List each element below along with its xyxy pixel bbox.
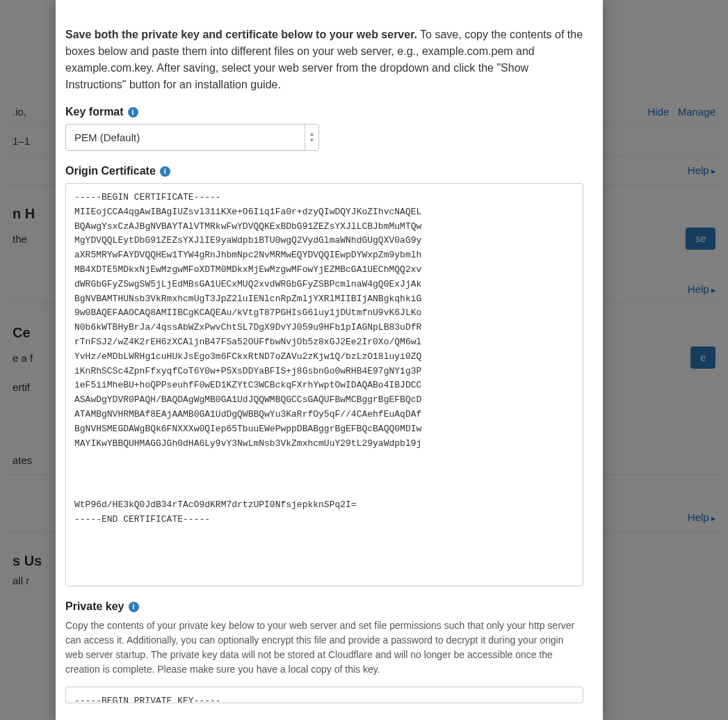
private-key-textarea[interactable]: -----BEGIN PRIVATE KEY----- xyxy=(65,687,583,703)
intro-text: Save both the private key and certificat… xyxy=(65,26,583,93)
info-icon[interactable]: i xyxy=(160,166,170,177)
intro-bold: Save both the private key and certificat… xyxy=(65,29,417,40)
key-format-select[interactable]: PEM (Default) ▲▼ xyxy=(65,124,319,151)
origin-cert-modal: Save both the private key and certificat… xyxy=(56,0,603,720)
pk-text: -----BEGIN PRIVATE KEY----- xyxy=(74,696,221,703)
info-icon[interactable]: i xyxy=(128,107,138,118)
private-key-label-row: Private key i xyxy=(65,600,583,613)
select-stepper-icon: ▲▼ xyxy=(305,125,318,150)
key-format-label: Key format xyxy=(65,106,124,118)
key-format-value: PEM (Default) xyxy=(66,125,305,150)
key-format-label-row: Key format i xyxy=(65,106,583,118)
info-icon[interactable]: i xyxy=(129,602,139,612)
origin-cert-textarea[interactable]: -----BEGIN CERTIFICATE----- MIIEojCCA4qg… xyxy=(65,183,583,586)
cert-top: -----BEGIN CERTIFICATE----- MIIEojCCA4qg… xyxy=(74,192,421,449)
origin-cert-label: Origin Certificate xyxy=(65,165,156,177)
origin-cert-label-row: Origin Certificate i xyxy=(65,165,583,177)
private-key-desc: Copy the contents of your private key be… xyxy=(65,618,583,677)
cert-bottom: WtP96d/HE3kQ0JdB34rTAcO9dKRM7drtzUPI0Nfs… xyxy=(74,499,357,525)
cert-gap: . xyxy=(74,469,80,479)
private-key-label: Private key xyxy=(65,600,124,613)
